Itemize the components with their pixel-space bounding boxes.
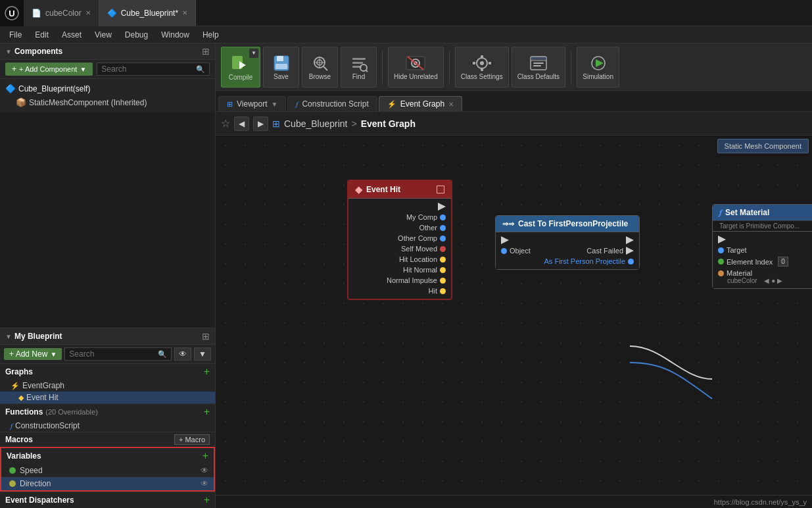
functions-section-title[interactable]: Functions (20 Overridable) + — [0, 404, 215, 420]
tree-item-cube-blueprint[interactable]: 🔷 Cube_Blueprint(self) — [0, 82, 215, 95]
find-icon — [350, 54, 368, 72]
blueprint-canvas[interactable]: Static Mesh Component ◆ Event Hit My Com… — [216, 136, 812, 495]
cast-node[interactable]: ⇒⇒ Cast To FirstPersonProjectile Object — [495, 215, 640, 270]
status-bar: https://blog.csdn.net/ys_ys_y — [216, 495, 812, 508]
eye-button[interactable]: 👁 — [174, 347, 191, 361]
set-material-node[interactable]: 𝑓 Set Material Target is Primitive Compo… — [712, 204, 812, 289]
add-graph-button[interactable]: + — [204, 366, 210, 378]
svg-rect-31 — [531, 57, 546, 60]
add-function-button[interactable]: + — [204, 406, 210, 418]
direction-dot — [9, 480, 16, 487]
menu-view[interactable]: View — [88, 29, 118, 41]
toolbar-separator-3 — [571, 51, 571, 84]
hide-unrelated-button[interactable]: Hide Unrelated — [388, 47, 444, 88]
svg-line-16 — [366, 70, 368, 72]
viewport-tab-arrow[interactable]: ▼ — [271, 101, 277, 108]
toolbar: Compile ▼ Save — [216, 43, 812, 91]
my-comp-pin[interactable]: My Comp — [348, 212, 451, 222]
other-pin[interactable]: Other — [348, 222, 451, 233]
element-index-pin[interactable]: Element Index 0 — [713, 255, 812, 268]
class-settings-icon — [471, 54, 492, 72]
tree-item-static-mesh[interactable]: 📦 StaticMeshComponent (Inherited) — [0, 95, 215, 109]
class-defaults-button[interactable]: Class Defaults — [512, 47, 565, 88]
breadcrumb-icon: ⊞ — [272, 118, 280, 129]
event-graph-tab-x[interactable]: ✕ — [448, 101, 454, 108]
browse-button[interactable]: Browse — [302, 47, 338, 88]
material-pin[interactable]: Material cubeColor ◀ ● ▶ — [713, 268, 812, 286]
add-variable-button[interactable]: + — [203, 450, 208, 462]
target-pin[interactable]: Target — [713, 245, 812, 255]
browse-icon — [311, 54, 329, 72]
nav-forward-button[interactable]: ▶ — [253, 116, 268, 131]
exec-out-pin[interactable] — [348, 201, 451, 212]
graphs-section-title[interactable]: Graphs + — [0, 364, 215, 380]
self-moved-pin[interactable]: Self Moved — [348, 243, 451, 254]
svg-rect-6 — [275, 64, 287, 69]
event-graph-item[interactable]: ⚡ EventGraph — [0, 380, 215, 392]
tab-event-graph[interactable]: ⚡ Event Graph ✕ — [379, 96, 462, 111]
ue-logo: U — [0, 0, 24, 26]
svg-rect-23 — [481, 55, 483, 58]
menu-help[interactable]: Help — [196, 29, 226, 41]
right-area: Compile ▼ Save — [216, 43, 812, 508]
construction-script-item[interactable]: 𝑓 ConstructionScript — [0, 420, 215, 432]
compile-button[interactable]: Compile ▼ — [221, 47, 260, 88]
add-component-button[interactable]: + + Add Component ▼ — [5, 63, 93, 76]
add-dispatcher-button[interactable]: + — [204, 494, 210, 506]
save-icon — [272, 54, 291, 72]
tab-cube-blueprint[interactable]: 🔷 Cube_Blueprint* ✕ — [99, 0, 196, 26]
normal-impulse-pin[interactable]: Normal Impulse — [348, 275, 451, 286]
variable-speed[interactable]: Speed 👁 — [1, 464, 214, 477]
hit-normal-pin[interactable]: Hit Normal — [348, 265, 451, 275]
breadcrumb-separator: > — [352, 118, 357, 129]
breadcrumb-current: Event Graph — [361, 118, 416, 129]
tab-close-blueprint[interactable]: ✕ — [182, 9, 187, 16]
tab-close-cubecolor[interactable]: ✕ — [85, 9, 91, 16]
bp-search-box[interactable]: 🔍 — [64, 347, 172, 361]
speed-eye-icon[interactable]: 👁 — [201, 466, 208, 475]
tab-viewport[interactable]: ⊞ Viewport ▼ — [218, 96, 286, 111]
breadcrumb-star[interactable]: ☆ — [221, 117, 230, 130]
direction-eye-icon[interactable]: 👁 — [201, 479, 208, 488]
add-macro-button[interactable]: + Macro — [174, 434, 210, 445]
breadcrumb-blueprint[interactable]: Cube_Blueprint — [284, 118, 348, 129]
compile-icon — [230, 53, 251, 73]
other-comp-pin[interactable]: Other Comp — [348, 233, 451, 243]
components-search-box[interactable]: 🔍 — [97, 63, 210, 76]
simulation-button[interactable]: Simulation — [577, 47, 619, 88]
event-dispatchers-title[interactable]: Event Dispatchers + — [0, 492, 215, 508]
my-blueprint-section-header: ▼ My Blueprint ⊞ — [0, 328, 215, 345]
bp-search-icon: 🔍 — [158, 350, 167, 359]
toolbar-separator-2 — [449, 51, 450, 84]
static-mesh-component-label[interactable]: Static Mesh Component — [717, 139, 809, 153]
variable-direction[interactable]: Direction 👁 — [1, 477, 214, 490]
menu-debug[interactable]: Debug — [118, 29, 155, 41]
variables-section-title[interactable]: Variables + — [1, 448, 214, 464]
tab-cubecolor[interactable]: 📄 cubeColor ✕ — [24, 0, 99, 26]
menu-edit[interactable]: Edit — [28, 29, 55, 41]
components-title: Components — [14, 47, 62, 56]
add-new-button[interactable]: + Add New ▼ — [4, 348, 62, 360]
class-settings-button[interactable]: Class Settings — [455, 47, 509, 88]
svg-rect-26 — [489, 62, 491, 64]
menu-asset[interactable]: Asset — [55, 29, 88, 41]
menu-window[interactable]: Window — [155, 29, 196, 41]
toolbar-separator-1 — [382, 51, 383, 84]
bp-options-button[interactable]: ▼ — [194, 347, 211, 361]
bp-search-input[interactable] — [69, 349, 158, 359]
event-hit-item[interactable]: ◆ Event Hit — [0, 392, 215, 403]
save-button[interactable]: Save — [263, 47, 299, 88]
svg-rect-5 — [277, 56, 283, 61]
menu-file[interactable]: File — [3, 29, 28, 41]
tab-construction-script[interactable]: 𝑓 Construction Script — [287, 96, 377, 111]
components-search-input[interactable] — [101, 64, 196, 74]
nav-back-button[interactable]: ◀ — [234, 116, 249, 131]
find-button[interactable]: Find — [341, 47, 377, 88]
macros-section-title[interactable]: Macros + Macro — [0, 432, 215, 447]
hit-location-pin[interactable]: Hit Location — [348, 254, 451, 265]
hit-pin[interactable]: Hit — [348, 286, 451, 296]
svg-rect-12 — [352, 58, 366, 60]
breadcrumb-bar: ☆ ◀ ▶ ⊞ Cube_Blueprint > Event Graph — [216, 112, 812, 136]
status-url: https://blog.csdn.net/ys_ys_y — [714, 498, 807, 506]
event-hit-node[interactable]: ◆ Event Hit My Comp Other — [347, 180, 452, 300]
